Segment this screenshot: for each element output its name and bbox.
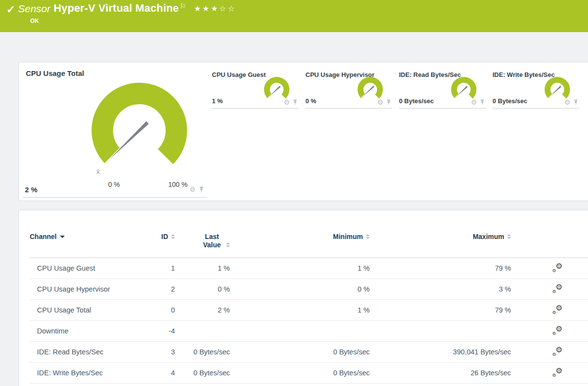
channel-name: IDE: Read Bytes/Sec bbox=[30, 348, 152, 356]
channel-maximum: 79 % bbox=[370, 306, 511, 314]
gauge-tile-value: 1 % bbox=[212, 97, 223, 105]
channel-maximum: 79 % bbox=[370, 264, 511, 272]
channel-name: CPU Usage Guest bbox=[30, 264, 152, 272]
channel-id: 1 bbox=[152, 264, 175, 272]
gauge-tile: IDE: Read Bytes/Sec 0 Bytes/sec ⚙ bbox=[399, 71, 486, 109]
pin-icon[interactable] bbox=[199, 186, 204, 193]
edit-channel-gears-icon[interactable]: ⚙⚙ bbox=[552, 284, 563, 294]
cpu-usage-total-gauge: x̄ bbox=[86, 77, 193, 184]
edit-channel-gears-icon[interactable]: ⚙⚙ bbox=[552, 368, 563, 377]
channel-row[interactable]: CPU Usage Guest 1 1 % 1 % 79 % ⚙⚙ bbox=[30, 258, 588, 279]
channel-id: 0 bbox=[152, 306, 175, 314]
main-gauge-actions: ⚙ bbox=[190, 186, 204, 193]
sensor-header: ✓ Sensor Hyper-V Virtual Machine ⚐ ★★★☆☆… bbox=[0, 0, 588, 32]
sort-arrows-icon[interactable] bbox=[366, 234, 370, 239]
gauge-tile-actions: ⚙ bbox=[377, 99, 391, 106]
gear-icon[interactable]: ⚙ bbox=[284, 99, 290, 106]
edit-channel-gears-icon[interactable]: ⚙⚙ bbox=[552, 263, 563, 273]
gauge-tile-actions: ⚙ bbox=[564, 99, 578, 106]
tab-bar: Overview Live Data 2 days 30 days 365 da… bbox=[0, 32, 588, 62]
channel-minimum: 1 % bbox=[230, 306, 370, 314]
gauge-tile-title: CPU Usage Guest bbox=[212, 71, 266, 78]
status-badge: OK bbox=[30, 18, 39, 24]
average-marker: x̄ bbox=[96, 168, 100, 175]
gauge-scale-max: 100 % bbox=[163, 181, 192, 188]
channel-maximum: 26 Bytes/sec bbox=[370, 369, 511, 377]
gauge-tile: CPU Usage Guest 1 % ⚙ bbox=[212, 71, 299, 109]
gauge-tile-value: 0 % bbox=[305, 97, 316, 105]
channel-row[interactable]: Downtime -4 ⚙⚙ bbox=[30, 321, 588, 342]
channel-table-header: Channel ID Last Value Minimum Maximum bbox=[30, 233, 588, 258]
check-icon: ✓ bbox=[6, 3, 15, 16]
edit-channel-gears-icon[interactable]: ⚙⚙ bbox=[552, 347, 563, 356]
sort-arrows-icon[interactable] bbox=[171, 234, 175, 239]
pin-icon[interactable] bbox=[573, 99, 578, 105]
channel-id: 4 bbox=[152, 369, 175, 377]
channel-name: IDE: Write Bytes/Sec bbox=[30, 369, 152, 377]
channel-minimum: 0 % bbox=[230, 285, 370, 293]
channel-minimum: 1 % bbox=[230, 264, 370, 272]
channel-row[interactable]: IDE: Read Bytes/Sec 3 0 Bytes/sec 0 Byte… bbox=[30, 342, 588, 363]
channel-minimum: 0 Bytes/sec bbox=[230, 348, 370, 356]
channel-maximum: 3 % bbox=[370, 285, 511, 293]
gauge-scale-min: 0 % bbox=[99, 181, 129, 188]
channel-id: 3 bbox=[152, 348, 175, 356]
column-label: Last Value bbox=[201, 233, 223, 249]
main-gauge-value: 2 % bbox=[25, 185, 38, 194]
column-header-id[interactable]: ID bbox=[152, 233, 175, 257]
column-header-channel[interactable]: Channel bbox=[30, 233, 152, 257]
channel-last-value: 2 % bbox=[175, 306, 230, 314]
column-label: Minimum bbox=[333, 233, 363, 241]
channel-name: Downtime bbox=[30, 327, 152, 335]
priority-stars[interactable]: ★★★☆☆ bbox=[194, 4, 236, 13]
channel-maximum: 390,041 Bytes/sec bbox=[370, 348, 511, 356]
channel-name: CPU Usage Total bbox=[30, 306, 152, 314]
channel-last-value: 0 % bbox=[175, 285, 230, 293]
channel-last-value: 1 % bbox=[175, 264, 230, 272]
edit-channel-gears-icon[interactable]: ⚙⚙ bbox=[552, 326, 563, 335]
gauge-tile-value: 0 Bytes/sec bbox=[493, 97, 528, 105]
channel-table-body: CPU Usage Guest 1 1 % 1 % 79 % ⚙⚙ CPU Us… bbox=[30, 258, 588, 384]
column-label: ID bbox=[161, 233, 168, 241]
pin-icon[interactable] bbox=[480, 99, 485, 105]
gauges-panel: CPU Usage Total x̄ 0 % 100 % 2 % ⚙ CPU U… bbox=[19, 62, 588, 201]
channel-id: 2 bbox=[152, 285, 175, 293]
gear-icon[interactable]: ⚙ bbox=[564, 99, 570, 106]
main-gauge-title: CPU Usage Total bbox=[26, 69, 84, 77]
column-header-minimum[interactable]: Minimum bbox=[230, 233, 370, 257]
prtg-sensor-page: { "glyphs": { "check": "✓", "flag": "⚐",… bbox=[0, 0, 588, 386]
channel-name: CPU Usage Hypervisor bbox=[30, 285, 152, 293]
gauge-tile-actions: ⚙ bbox=[284, 99, 298, 106]
sort-caret-icon[interactable] bbox=[60, 236, 65, 238]
gear-icon[interactable]: ⚙ bbox=[190, 186, 196, 193]
sensor-kind-label: Sensor bbox=[18, 3, 51, 15]
channel-last-value: 0 Bytes/sec bbox=[175, 369, 230, 377]
gauge-tile: CPU Usage Hypervisor 0 % ⚙ bbox=[305, 71, 392, 109]
channel-minimum: 0 Bytes/sec bbox=[230, 369, 370, 377]
channel-row[interactable]: CPU Usage Total 0 2 % 1 % 79 % ⚙⚙ bbox=[30, 300, 588, 321]
channel-table-panel: Channel ID Last Value Minimum Maximum CP… bbox=[19, 210, 588, 386]
column-label: Channel bbox=[30, 233, 57, 241]
gauge-tile-actions: ⚙ bbox=[471, 99, 485, 106]
edit-channel-gears-icon[interactable]: ⚙⚙ bbox=[552, 305, 563, 314]
flag-icon[interactable]: ⚐ bbox=[180, 2, 186, 11]
gauge-tile-value: 0 Bytes/sec bbox=[399, 97, 434, 105]
channel-row[interactable]: IDE: Write Bytes/Sec 4 0 Bytes/sec 0 Byt… bbox=[30, 363, 588, 384]
column-header-last-value[interactable]: Last Value bbox=[175, 233, 230, 257]
sensor-title: Hyper-V Virtual Machine bbox=[54, 2, 179, 15]
gear-icon[interactable]: ⚙ bbox=[377, 99, 383, 106]
sort-arrows-icon[interactable] bbox=[507, 234, 511, 239]
column-label: Maximum bbox=[473, 233, 504, 241]
pin-icon[interactable] bbox=[293, 99, 298, 105]
sort-arrows-icon[interactable] bbox=[226, 242, 230, 247]
column-header-maximum[interactable]: Maximum bbox=[370, 233, 511, 257]
channel-last-value: 0 Bytes/sec bbox=[175, 348, 230, 356]
channel-id: -4 bbox=[152, 327, 175, 335]
channel-row[interactable]: CPU Usage Hypervisor 2 0 % 0 % 3 % ⚙⚙ bbox=[30, 279, 588, 300]
gear-icon[interactable]: ⚙ bbox=[471, 99, 477, 106]
divider bbox=[23, 197, 207, 198]
pin-icon[interactable] bbox=[386, 99, 391, 105]
gauge-tile: IDE: Write Bytes/Sec 0 Bytes/sec ⚙ bbox=[493, 71, 579, 109]
